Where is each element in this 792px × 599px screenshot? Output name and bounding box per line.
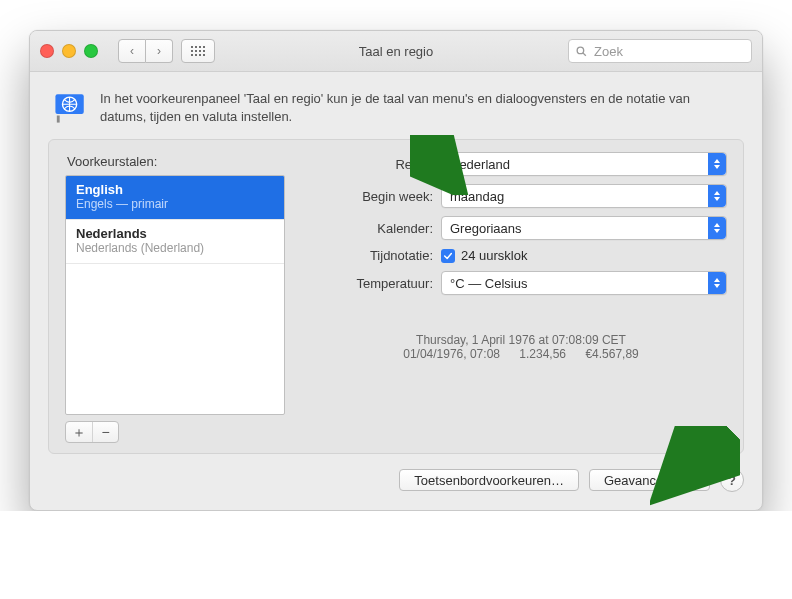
question-icon: ? — [728, 473, 736, 488]
calendar-value: Gregoriaans — [450, 221, 522, 236]
language-sub: Nederlands (Nederland) — [76, 241, 274, 255]
sample-short-date: 01/04/1976, 07:08 — [403, 347, 500, 361]
updown-icon — [708, 153, 726, 175]
region-select[interactable]: Nederland — [441, 152, 727, 176]
help-button[interactable]: ? — [720, 468, 744, 492]
forward-button[interactable]: › — [146, 39, 173, 63]
settings-panel: Voorkeurstalen: English Engels — primair… — [48, 139, 744, 454]
sample-number: 1.234,56 — [519, 347, 566, 361]
temperature-label: Temperatuur: — [315, 276, 433, 291]
titlebar: ‹ › Taal en regio — [30, 31, 762, 72]
updown-icon — [708, 217, 726, 239]
search-input[interactable] — [592, 43, 745, 60]
minus-icon: − — [101, 425, 109, 439]
window-controls — [40, 44, 98, 58]
calendar-label: Kalender: — [315, 221, 433, 236]
time-format-checkbox-label: 24 uursklok — [461, 248, 527, 263]
language-name: Nederlands — [76, 226, 274, 241]
footer: Toetsenbordvoorkeuren… Geavanceerd… ? — [48, 468, 744, 492]
temperature-value: °C — Celsius — [450, 276, 527, 291]
plus-icon: ＋ — [72, 425, 86, 439]
time-format-checkbox[interactable] — [441, 249, 455, 263]
time-format-label: Tijdnotatie: — [315, 248, 433, 263]
search-icon — [575, 45, 588, 58]
add-remove-group: ＋ − — [65, 421, 119, 443]
svg-point-0 — [577, 47, 584, 54]
sample-long-date: Thursday, 1 April 1976 at 07:08:09 CET — [315, 333, 727, 347]
preferred-languages-label: Voorkeurstalen: — [67, 154, 285, 169]
sample-currency: €4.567,89 — [585, 347, 638, 361]
first-day-select[interactable]: maandag — [441, 184, 727, 208]
language-sub: Engels — primair — [76, 197, 274, 211]
close-window-button[interactable] — [40, 44, 54, 58]
keyboard-prefs-label: Toetsenbordvoorkeuren… — [414, 473, 564, 488]
preferred-languages: Voorkeurstalen: English Engels — primair… — [65, 152, 285, 443]
add-language-button[interactable]: ＋ — [66, 422, 92, 442]
region-label: Regio: — [315, 157, 433, 172]
check-icon — [443, 251, 453, 261]
globe-flag-icon — [54, 90, 88, 124]
minimize-window-button[interactable] — [62, 44, 76, 58]
advanced-label: Geavanceerd… — [604, 473, 695, 488]
language-list[interactable]: English Engels — primair Nederlands Nede… — [65, 175, 285, 415]
svg-rect-4 — [57, 116, 60, 123]
updown-icon — [708, 185, 726, 207]
language-name: English — [76, 182, 274, 197]
advanced-button[interactable]: Geavanceerd… — [589, 469, 710, 491]
language-item-english[interactable]: English Engels — primair — [66, 176, 284, 220]
preferences-window: ‹ › Taal en regio — [29, 30, 763, 511]
temperature-select[interactable]: °C — Celsius — [441, 271, 727, 295]
format-samples: Thursday, 1 April 1976 at 07:08:09 CET 0… — [315, 333, 727, 361]
language-item-nederlands[interactable]: Nederlands Nederlands (Nederland) — [66, 220, 284, 264]
first-day-label: Begin week: — [315, 189, 433, 204]
back-button[interactable]: ‹ — [118, 39, 146, 63]
calendar-select[interactable]: Gregoriaans — [441, 216, 727, 240]
window-body: In het voorkeurenpaneel 'Taal en regio' … — [30, 72, 762, 510]
updown-icon — [708, 272, 726, 294]
keyboard-prefs-button[interactable]: Toetsenbordvoorkeuren… — [399, 469, 579, 491]
nav-back-forward: ‹ › — [118, 39, 173, 63]
first-day-value: maandag — [450, 189, 504, 204]
region-value: Nederland — [450, 157, 510, 172]
chevron-right-icon: › — [157, 44, 161, 58]
region-form: Regio: Nederland Begin week: maandag — [315, 152, 727, 443]
remove-language-button[interactable]: − — [92, 422, 118, 442]
grid-icon — [191, 46, 205, 56]
search-field[interactable] — [568, 39, 752, 63]
svg-line-1 — [583, 53, 586, 56]
intro-text: In het voorkeurenpaneel 'Taal en regio' … — [100, 90, 738, 125]
zoom-window-button[interactable] — [84, 44, 98, 58]
show-all-prefs-button[interactable] — [181, 39, 215, 63]
chevron-left-icon: ‹ — [130, 44, 134, 58]
intro: In het voorkeurenpaneel 'Taal en regio' … — [54, 90, 738, 125]
